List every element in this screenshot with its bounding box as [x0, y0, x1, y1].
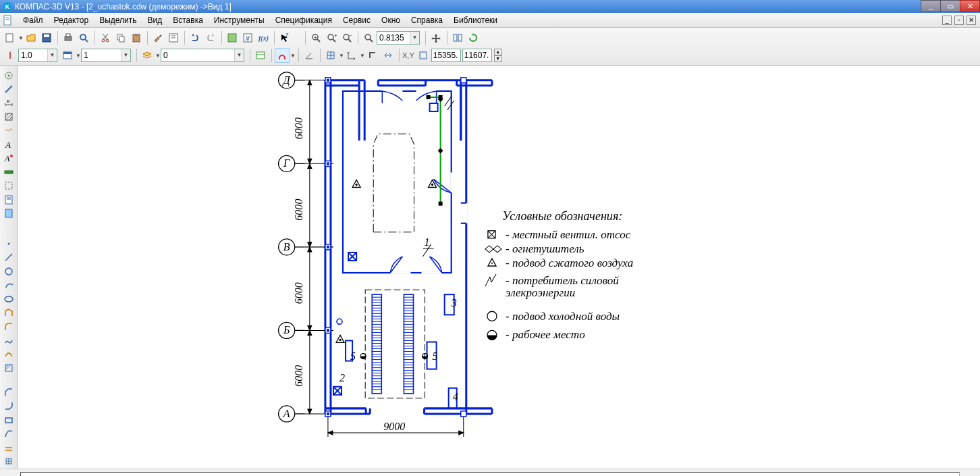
draw-spline-button[interactable] [1, 334, 16, 346]
draw-circle-button[interactable] [1, 265, 16, 277]
text-button[interactable]: A [1, 138, 16, 151]
view-mgr-button[interactable] [60, 48, 75, 63]
geom-point-button[interactable] [1, 69, 16, 82]
menu-service[interactable]: Сервис [337, 14, 376, 26]
mdi-minimize-button[interactable]: _ [942, 16, 952, 25]
refresh-button[interactable] [466, 30, 481, 45]
lineweight-dropdown[interactable]: ▼ [47, 49, 57, 61]
coord-mode-button[interactable] [416, 48, 431, 63]
draw-hatch2-button[interactable] [1, 361, 16, 374]
menu-spec[interactable]: Спецификация [270, 14, 337, 26]
brush-button[interactable] [151, 30, 165, 45]
report-button[interactable] [1, 207, 16, 219]
snap-toggle-button[interactable] [275, 48, 290, 63]
draw-ellipse-button[interactable] [1, 292, 16, 305]
angle-button[interactable] [302, 48, 317, 63]
coord-step-up[interactable]: ▲ [494, 49, 502, 55]
new-doc-dropdown[interactable]: ▼ [18, 35, 24, 41]
menu-tools[interactable]: Инструменты [209, 14, 270, 26]
menu-edit[interactable]: Редактор [49, 14, 94, 26]
state-button[interactable] [3, 48, 18, 63]
status-input[interactable] [20, 472, 960, 476]
layer-combo[interactable]: ▼ [81, 49, 131, 62]
dim-button[interactable]: R [1, 97, 16, 109]
coord-x-input[interactable] [431, 49, 461, 62]
layers-dropdown[interactable]: ▼ [155, 53, 161, 59]
draw-chamfer2-button[interactable] [1, 400, 16, 413]
undo-button[interactable] [188, 30, 202, 45]
preview-button[interactable] [76, 30, 91, 45]
draw-arc-button[interactable] [1, 279, 16, 292]
menu-help[interactable]: Справка [406, 14, 448, 26]
draw-curve2-button[interactable] [1, 427, 16, 440]
zoom-input-combo[interactable]: ▼ [377, 31, 420, 45]
view-mgr-dropdown[interactable]: ▼ [76, 53, 81, 59]
draw-rect-button[interactable] [1, 413, 16, 426]
style-dropdown[interactable]: ▼ [234, 49, 244, 61]
zoom-dropdown[interactable]: ▼ [410, 32, 419, 44]
mdi-restore-button[interactable]: ▫ [954, 16, 964, 25]
menu-window[interactable]: Окно [376, 14, 406, 26]
redo-button[interactable] [203, 30, 218, 45]
menu-insert[interactable]: Вставка [167, 14, 209, 26]
rebuild-button[interactable] [450, 30, 465, 45]
style-input[interactable] [161, 49, 234, 61]
localcs-dropdown[interactable]: ▼ [360, 53, 365, 59]
paste-button[interactable] [129, 30, 144, 45]
layers-button[interactable] [140, 48, 155, 63]
help-cursor-button[interactable]: ? [277, 30, 292, 45]
zoom-out-button[interactable]: - [339, 30, 354, 45]
drawing-canvas[interactable]: Д Г В Б А 6000 6000 6000 6000 9000 1 2 3… [18, 66, 980, 469]
maximize-button[interactable]: ▭ [940, 0, 960, 12]
draw-collect-button[interactable] [1, 455, 16, 468]
close-button[interactable]: ✕ [960, 0, 980, 12]
menu-view[interactable]: Вид [142, 14, 168, 26]
grid-button[interactable] [323, 48, 338, 63]
menu-select[interactable]: Выделить [94, 14, 142, 26]
variables-button[interactable]: Ⅲ [240, 30, 255, 45]
pan-button[interactable] [429, 30, 443, 45]
properties-button[interactable] [166, 30, 181, 45]
edit-break-button[interactable] [1, 124, 16, 137]
copy-button[interactable] [113, 30, 128, 45]
hatch-button[interactable] [1, 110, 16, 123]
coord-y-input[interactable] [462, 49, 492, 62]
zoom-window-button[interactable]: + [308, 30, 323, 45]
save-button[interactable] [39, 30, 54, 45]
lineweight-combo[interactable]: ▼ [18, 49, 57, 62]
draw-chamfer-button[interactable] [1, 386, 16, 398]
layer-input[interactable] [82, 49, 121, 61]
fx-button[interactable]: f(x) [256, 30, 271, 45]
open-button[interactable] [24, 30, 38, 45]
draw-segment-button[interactable] [1, 251, 16, 264]
spec-button[interactable] [1, 193, 16, 206]
ortho-button[interactable] [365, 48, 380, 63]
coord-step-down[interactable]: ▼ [494, 55, 502, 62]
zoom-in-button[interactable]: + [324, 30, 339, 45]
lineweight-input[interactable] [19, 49, 47, 61]
measure-button[interactable] [1, 165, 16, 178]
layerstates-button[interactable] [253, 48, 268, 63]
draw-point-button[interactable] [1, 237, 16, 250]
menu-libs[interactable]: Библиотеки [448, 14, 503, 26]
new-doc-button[interactable] [3, 30, 18, 45]
draw-contour-button[interactable] [1, 306, 16, 319]
grid-dropdown[interactable]: ▼ [339, 53, 344, 59]
select-button[interactable] [1, 180, 16, 192]
zoom-input[interactable] [377, 32, 410, 44]
roundtrip-button[interactable] [381, 48, 396, 63]
layer-dropdown[interactable]: ▼ [121, 49, 130, 61]
draw-fillet-button[interactable] [1, 320, 16, 333]
cut-button[interactable] [98, 30, 113, 45]
param-button[interactable]: A [1, 152, 16, 165]
style-combo[interactable]: ▼ [161, 49, 244, 62]
zoom-scale-button[interactable] [361, 30, 376, 45]
draw-bezier-button[interactable] [1, 348, 16, 361]
minimize-button[interactable]: _ [921, 0, 941, 12]
print-button[interactable] [61, 30, 76, 45]
menu-file[interactable]: Файл [18, 14, 49, 26]
snap-dropdown[interactable]: ▼ [290, 53, 296, 59]
localcs-button[interactable] [344, 48, 359, 63]
mdi-close-button[interactable]: ✕ [967, 16, 976, 25]
geom-line-button[interactable] [1, 82, 16, 95]
